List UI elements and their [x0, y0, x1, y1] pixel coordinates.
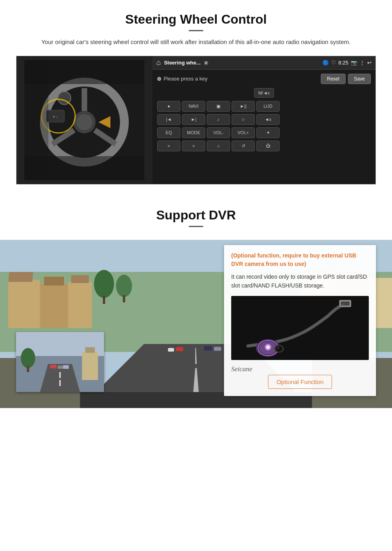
steering-ui-panel: ⌂ Steering whe... ▣ 🔵 ♡ 8:25 📷 ⋮ ↩	[152, 56, 376, 184]
ui-topbar-right: 🔵 ♡ 8:25 📷 ⋮ ↩	[322, 60, 372, 66]
svg-rect-38	[214, 347, 221, 351]
btn-power[interactable]: ⏻	[256, 141, 280, 151]
svg-rect-35	[176, 347, 183, 351]
dvr-preview-image	[16, 332, 104, 392]
home-icon[interactable]: ⌂	[156, 58, 161, 67]
svg-point-23	[94, 270, 114, 298]
svg-rect-37	[204, 346, 212, 350]
optional-function-container: Optional Function	[231, 375, 369, 389]
dvr-preview-svg	[16, 332, 104, 392]
svg-rect-50	[82, 352, 98, 380]
svg-rect-22	[71, 275, 89, 283]
svg-rect-49	[27, 366, 29, 372]
svg-rect-36	[168, 348, 174, 352]
press-label-text: Please press a key	[164, 76, 208, 82]
btn-bluetooth[interactable]: ✦	[256, 127, 280, 138]
ui-topbar-left: ⌂ Steering whe... ▣	[156, 58, 208, 67]
camera-icon: 📷	[351, 60, 357, 66]
steering-section: Steering Wheel Control Your original car…	[0, 0, 392, 193]
press-key-label: Please press a key	[157, 76, 208, 82]
btn-eq[interactable]: EQ	[157, 127, 180, 138]
mute-row: M/◄x	[157, 88, 371, 98]
steering-title: Steering Wheel Control	[16, 12, 376, 27]
btn-rewind[interactable]: «	[157, 141, 180, 151]
button-row-4: « » ⌂ ↺ ⏻	[157, 141, 371, 151]
reset-button[interactable]: Reset	[321, 74, 345, 84]
dvr-description: It can record video only to storage in G…	[231, 272, 369, 290]
thumbnail-icon: ▣	[204, 60, 208, 65]
menu-icon[interactable]: ⋮	[360, 60, 365, 66]
button-row-1: ● NAVI ▣ ►|| LUD	[157, 101, 371, 112]
btn-display[interactable]: ▣	[207, 101, 230, 112]
mute-button[interactable]: M/◄x	[254, 88, 274, 98]
heart-icon: ♡	[331, 60, 336, 66]
svg-rect-20	[44, 277, 64, 286]
svg-rect-18	[8, 272, 33, 282]
btn-forward[interactable]: »	[182, 141, 205, 151]
reset-save-row: Reset Save	[321, 74, 371, 84]
dvr-info-box: (Optional function, require to buy exter…	[224, 245, 376, 396]
ui-time: 8:25	[338, 60, 348, 66]
press-dot	[157, 77, 161, 81]
svg-rect-47	[63, 365, 69, 369]
svg-rect-21	[68, 282, 92, 328]
seicane-brand: Seicane	[231, 365, 369, 373]
btn-next[interactable]: ►|	[182, 114, 205, 125]
btn-prev[interactable]: |◄	[157, 114, 180, 125]
ui-topbar: ⌂ Steering whe... ▣ 🔵 ♡ 8:25 📷 ⋮ ↩	[152, 56, 376, 70]
svg-rect-45	[50, 365, 56, 368]
back-icon[interactable]: ↩	[367, 60, 372, 66]
svg-point-61	[266, 346, 270, 349]
svg-rect-14	[24, 60, 48, 180]
svg-rect-46	[58, 366, 63, 369]
svg-point-63	[276, 346, 282, 352]
dvr-optional-note: (Optional function, require to buy exter…	[231, 251, 369, 268]
btn-volplus[interactable]: VOL+	[232, 127, 255, 138]
svg-rect-52	[59, 372, 61, 378]
btn-home[interactable]: ⌂	[207, 141, 230, 151]
svg-point-25	[116, 275, 132, 297]
btn-volmute[interactable]: ◄x	[256, 114, 280, 125]
dvr-header: Support DVR	[0, 197, 392, 240]
optional-function-button[interactable]: Optional Function	[268, 375, 332, 389]
steering-wheel-illustration: + -	[24, 60, 144, 180]
btn-music[interactable]: ♪	[207, 114, 230, 125]
dvr-camera-svg	[232, 296, 368, 360]
btn-playpause[interactable]: ►||	[232, 101, 255, 112]
svg-rect-24	[103, 296, 105, 304]
ui-breadcrumb: Steering whe...	[164, 60, 201, 66]
btn-lud[interactable]: LUD	[256, 101, 280, 112]
save-button[interactable]: Save	[348, 74, 371, 84]
svg-point-64	[278, 347, 279, 349]
svg-text:+  -: + -	[53, 115, 58, 119]
btn-volminus[interactable]: VOL-	[207, 127, 230, 138]
dvr-title: Support DVR	[16, 208, 376, 223]
button-row-3: EQ MODE VOL- VOL+ ✦	[157, 127, 371, 138]
press-key-row: Please press a key Reset Save	[157, 74, 371, 84]
btn-mode[interactable]: MODE	[182, 127, 205, 138]
btn-circle[interactable]: ●	[157, 101, 180, 112]
steering-divider	[189, 30, 203, 31]
dvr-background: (Optional function, require to buy exter…	[0, 240, 392, 408]
btn-navi[interactable]: NAVI	[182, 101, 205, 112]
svg-rect-19	[40, 284, 68, 328]
steering-description: Your original car's steering wheel contr…	[16, 38, 376, 47]
svg-rect-53	[59, 380, 61, 386]
ui-control-area: Please press a key Reset Save M/◄x ● NAV…	[152, 70, 376, 184]
dvr-section: Support DVR	[0, 197, 392, 408]
brand-text: Seicane	[231, 365, 252, 373]
svg-point-48	[21, 348, 35, 368]
svg-rect-26	[123, 295, 125, 302]
svg-rect-17	[8, 280, 40, 328]
bluetooth-icon: 🔵	[322, 60, 329, 66]
svg-point-3	[76, 114, 92, 130]
btn-star[interactable]: ☆	[232, 114, 255, 125]
dvr-camera-image	[231, 296, 369, 360]
svg-rect-51	[85, 347, 95, 353]
steering-content-area: + - ⌂ Steering whe... ▣	[16, 56, 376, 185]
dvr-divider	[189, 226, 203, 227]
steering-wheel-photo: + -	[16, 56, 152, 184]
btn-refresh[interactable]: ↺	[232, 141, 255, 151]
button-row-2: |◄ ►| ♪ ☆ ◄x	[157, 114, 371, 125]
